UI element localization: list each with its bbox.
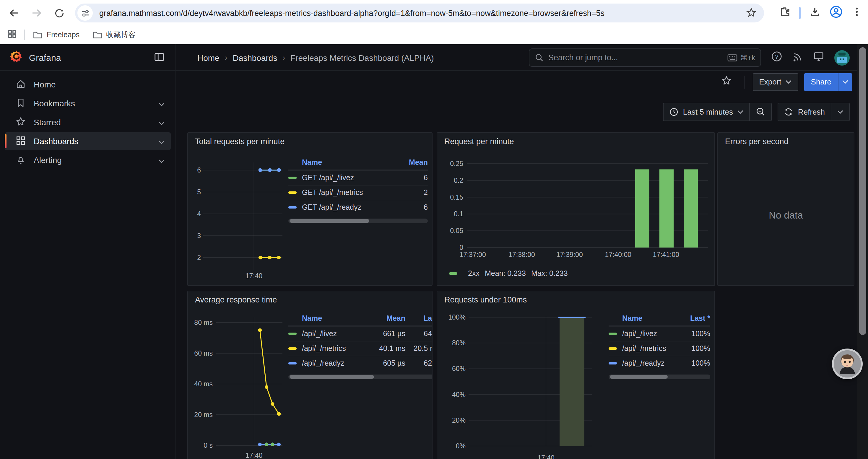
browser-menu-icon[interactable] [851,6,862,20]
refresh-button[interactable]: Refresh [778,103,831,120]
series-value: 646 [405,330,433,338]
export-button[interactable]: Export [752,73,798,91]
svg-text:17:39:00: 17:39:00 [556,251,583,258]
dashboard-actions: Export Share [176,71,857,93]
downloads-icon[interactable] [809,6,821,20]
panel-title[interactable]: Average response time [188,291,432,308]
legend-scrollbar[interactable] [288,374,433,379]
sidebar-item-bookmarks[interactable]: Bookmarks [5,95,171,112]
series-name[interactable]: 2xx [468,269,479,277]
monitor-icon[interactable] [813,51,824,64]
sidebar-toggle-icon[interactable] [154,52,165,65]
share-button[interactable]: Share [804,73,838,91]
refresh-interval-chevron[interactable] [831,103,849,120]
apps-grid-icon[interactable] [7,29,17,41]
svg-text:17:40:00: 17:40:00 [605,251,632,258]
bookmark-folder-blogs[interactable]: 收藏博客 [92,30,135,40]
series-name[interactable]: /api/_/readyz [622,359,669,367]
legend-table-row: /api/_/livez661 µs646 [288,326,433,341]
series-name[interactable]: GET /api/_/readyz [302,203,386,211]
breadcrumb-home[interactable]: Home [197,53,219,62]
series-name[interactable]: /api/_/livez [622,330,669,338]
legend-scrollbar-thumb[interactable] [289,375,374,379]
sidebar-item-starred[interactable]: Starred [5,113,171,131]
url-bar[interactable]: grafana.mathmast.com/d/deytv4rwavabkb/fr… [75,4,764,23]
svg-text:100%: 100% [448,314,466,321]
svg-text:60 ms: 60 ms [194,350,213,357]
chevron-down-icon [738,109,744,114]
sidebar-item-home[interactable]: Home [5,76,171,93]
brand-name[interactable]: Grafana [29,52,61,62]
series-name[interactable]: /api/_/readyz [302,359,364,367]
expand-chevron[interactable] [158,118,165,128]
time-range-group: Last 5 minutes [663,102,772,121]
sidebar-item-label: Home [34,80,56,89]
grafana-logo[interactable] [9,49,23,65]
series-value: 100% [669,330,710,338]
expand-chevron[interactable] [158,137,165,146]
chevron-down-icon [158,102,165,107]
legend-table: NameMeanLas/api/_/livez661 µs646/api/_/m… [288,311,433,379]
legend-table-header: NameMeanLas [288,311,433,326]
bookmarks-divider [24,30,25,40]
legend-scrollbar-thumb[interactable] [610,375,668,379]
series-name[interactable]: /api/_/livez [302,330,364,338]
page-scrollbar-thumb[interactable] [859,47,866,335]
legend-scrollbar-thumb[interactable] [289,219,369,223]
breadcrumb-dashboards[interactable]: Dashboards [232,53,277,62]
panel-average-response-time: Average response time 80 ms60 ms40 ms20 … [187,291,433,459]
series-swatch [288,206,297,208]
bookmark-folder-freeleaps[interactable]: Freeleaps [33,31,80,39]
reload-icon[interactable] [52,6,66,20]
share-menu-chevron[interactable] [838,73,852,91]
breadcrumb-current: Freeleaps Metrics Dashboard (ALPHA) [290,53,434,62]
sidebar-item-label: Starred [34,118,61,127]
legend-scrollbar[interactable] [609,374,710,379]
site-settings-icon[interactable] [78,5,93,21]
series-name[interactable]: GET /api/_/livez [302,174,386,182]
series-name[interactable]: /api/_/metrics [302,345,364,353]
refresh-icon [784,107,793,116]
no-data-message: No data [718,210,854,221]
svg-text:0.15: 0.15 [450,193,463,201]
help-icon[interactable]: ? [771,51,782,64]
floating-assistant-avatar[interactable] [832,349,863,379]
panel-title[interactable]: Requests under 100ms [437,291,714,308]
url-text[interactable]: grafana.mathmast.com/d/deytv4rwavabkb/fr… [99,8,764,18]
zoom-out-icon [756,107,766,117]
user-avatar[interactable] [834,50,850,65]
svg-text:0 s: 0 s [204,441,213,449]
sidebar-item-label: Alerting [34,155,62,165]
sidebar-item-dashboards[interactable]: Dashboards [5,132,171,150]
back-icon[interactable] [7,6,21,20]
series-name[interactable]: /api/_/metrics [622,345,669,353]
series-value: 605 µs [364,359,405,367]
expand-chevron[interactable] [158,99,165,109]
legend-scrollbar[interactable] [288,219,428,223]
chevron-down-icon [158,159,165,164]
time-range-picker[interactable]: Last 5 minutes [663,103,749,120]
forward-icon[interactable] [30,6,44,20]
zoom-out-button[interactable] [749,103,771,120]
search-input[interactable]: Search or jump to... ⌘+k [529,48,761,67]
request-per-minute-chart: 0.250.20.150.10.05017:37:0017:38:0017:39… [442,157,711,266]
news-icon[interactable] [793,51,803,64]
page-scrollbar[interactable] [857,44,868,459]
legend-table-row: /api/_/metrics40.1 ms20.5 m [288,341,433,356]
profile-icon[interactable] [829,5,843,21]
series-name[interactable]: GET /api/_/metrics [302,189,386,197]
bookmark-star-icon[interactable] [746,7,757,21]
clock-icon [670,107,678,116]
panel-title[interactable]: Errors per second [718,133,854,150]
panel-title[interactable]: Total requests per minute [188,133,432,150]
svg-text:?: ? [775,54,778,60]
svg-text:6: 6 [197,166,201,174]
svg-text:60%: 60% [452,365,466,372]
browser-toolbar: grafana.mathmast.com/d/deytv4rwavabkb/fr… [0,0,868,26]
favorite-star-icon[interactable] [720,75,732,89]
panel-title[interactable]: Request per minute [437,133,714,150]
sidebar-item-alerting[interactable]: Alerting [5,151,171,169]
expand-chevron[interactable] [158,156,165,165]
sidebar-item-label: Dashboards [34,136,78,146]
extensions-icon[interactable] [779,6,790,20]
